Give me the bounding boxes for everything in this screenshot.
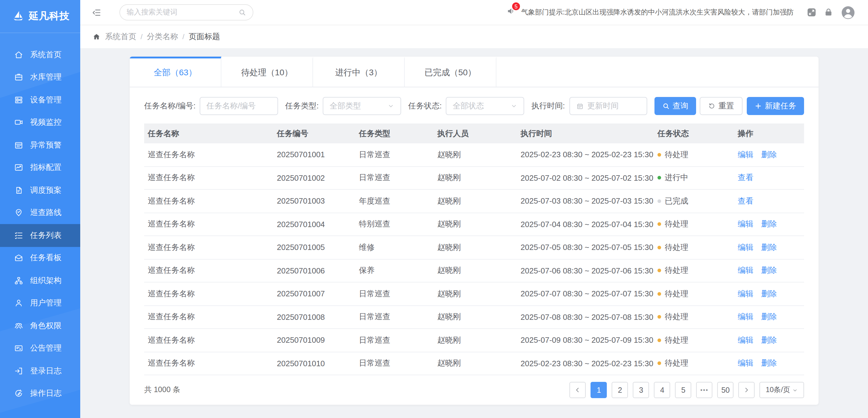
lock-icon[interactable] (824, 7, 834, 18)
metrics-icon (14, 163, 24, 173)
sidebar-item-label: 异常预警 (30, 140, 62, 150)
edit-link[interactable]: 编辑 (738, 288, 753, 299)
tab-done[interactable]: 已完成（50） (405, 57, 496, 87)
announcement-speaker[interactable]: 5 (507, 7, 516, 18)
table-row: 巡查任务名称20250701009日常巡查赵晓刚2025-07-09 08:30… (144, 329, 804, 352)
sidebar-item-roles[interactable]: 角色权限 (0, 314, 80, 337)
edit-link[interactable]: 编辑 (738, 335, 753, 346)
fullscreen-icon[interactable] (806, 7, 817, 18)
sidebar-item-login-log[interactable]: 登录日志 (0, 359, 80, 382)
search-button[interactable]: 查询 (654, 97, 696, 115)
pagination-page-50[interactable]: 50 (717, 382, 734, 398)
sidebar-item-reservoir[interactable]: 水库管理 (0, 66, 80, 89)
edit-link[interactable]: 编辑 (738, 242, 753, 253)
cell-executor-text: 赵晓刚 (437, 149, 461, 160)
sidebar-item-label: 调度预案 (30, 185, 62, 196)
alert-icon (14, 140, 24, 150)
sidebar-item-home[interactable]: 系统首页 (0, 43, 80, 66)
status-dot (657, 315, 661, 319)
sidebar-item-org[interactable]: 组织架构 (0, 269, 80, 292)
edit-link[interactable]: 编辑 (738, 358, 753, 369)
chevron-down-icon (792, 387, 798, 393)
cell-status: 已完成 (654, 196, 734, 207)
status-dot (657, 362, 661, 365)
pagination-page-1[interactable]: 1 (591, 382, 607, 398)
tab-running[interactable]: 进行中（3） (313, 57, 405, 87)
reset-button[interactable]: 重置 (700, 97, 743, 115)
sidebar-item-notice[interactable]: 公告管理 (0, 337, 80, 359)
search-icon[interactable] (238, 8, 246, 16)
board-icon (14, 253, 24, 263)
task-name-input[interactable]: 任务名称/编号 (200, 97, 278, 115)
delete-link[interactable]: 删除 (761, 265, 777, 276)
pagination-ellipsis[interactable]: ••• (696, 382, 713, 398)
breadcrumb-item-category[interactable]: 分类名称 (147, 31, 178, 42)
delete-link[interactable]: 删除 (761, 312, 777, 322)
cell-code-text: 20250701004 (277, 220, 325, 229)
task-status-select[interactable]: 全部状态 (446, 97, 524, 115)
collapse-sidebar-icon[interactable] (92, 7, 101, 17)
cell-time: 2025-07-03 08:30 ~ 2025-07-03 15:30 (517, 197, 654, 206)
cell-actions: 编辑删除 (734, 265, 804, 276)
cell-executor: 赵晓刚 (434, 196, 517, 207)
pagination-page-2[interactable]: 2 (612, 382, 628, 398)
cell-name-text: 巡查任务名称 (148, 358, 195, 369)
edit-link[interactable]: 编辑 (738, 219, 753, 230)
edit-link[interactable]: 编辑 (738, 312, 753, 322)
device-icon (14, 95, 24, 105)
cell-type-text: 特别巡查 (359, 219, 390, 230)
exec-time-date-input[interactable]: 更新时间 (569, 97, 647, 115)
sidebar-item-video[interactable]: 视频监控 (0, 111, 80, 134)
cell-name-text: 巡查任务名称 (148, 242, 195, 253)
cell-type: 日常巡查 (355, 358, 434, 369)
delete-link[interactable]: 删除 (761, 288, 777, 299)
sidebar-item-label: 操作日志 (30, 388, 62, 399)
delete-link[interactable]: 删除 (761, 358, 777, 369)
pagination-prev-button[interactable] (570, 382, 586, 398)
sidebar-item-device[interactable]: 设备管理 (0, 89, 80, 111)
sidebar-item-user[interactable]: 用户管理 (0, 292, 80, 314)
cell-executor-text: 赵晓刚 (437, 335, 461, 346)
pagination-next-button[interactable] (739, 382, 755, 398)
cell-name: 巡查任务名称 (144, 242, 273, 253)
tab-all[interactable]: 全部（63） (130, 57, 221, 87)
delete-link[interactable]: 删除 (761, 242, 777, 253)
pagination: 共 1000 条 12345•••5010条/页 (130, 375, 818, 405)
sidebar-item-metrics[interactable]: 指标配置 (0, 156, 80, 179)
status-dot (657, 339, 661, 342)
tab-pending[interactable]: 待处理（10） (221, 57, 313, 87)
pagination-page-3[interactable]: 3 (633, 382, 649, 398)
notice-marquee: 气象部门提示:北京山区出现强降水诱发的中小河流洪水次生灾害风险较大，请部门加强防… (521, 8, 794, 17)
pagination-page-4[interactable]: 4 (654, 382, 671, 398)
delete-link[interactable]: 删除 (761, 335, 777, 346)
cell-type-text: 日常巡查 (359, 149, 390, 160)
delete-link[interactable]: 删除 (761, 149, 777, 160)
exec-time-placeholder: 更新时间 (587, 101, 641, 111)
cell-executor-text: 赵晓刚 (437, 219, 461, 230)
view-link[interactable]: 查看 (738, 196, 753, 207)
global-search-input[interactable]: 输入搜索关键词 (119, 4, 253, 21)
sidebar-item-plan[interactable]: 调度预案 (0, 179, 80, 202)
task-type-select[interactable]: 全部类型 (323, 97, 401, 115)
cell-status: 待处理 (654, 288, 734, 299)
create-task-button[interactable]: 新建任务 (747, 97, 804, 115)
avatar[interactable] (840, 4, 856, 20)
cell-type-text: 日常巡查 (359, 335, 390, 346)
pagination-page-5[interactable]: 5 (675, 382, 691, 398)
table-row: 巡查任务名称20250701004特别巡查赵晓刚2025-07-04 08:30… (144, 213, 804, 236)
page-size-select[interactable]: 10条/页 (760, 382, 804, 398)
sidebar-item-route[interactable]: 巡查路线 (0, 202, 80, 224)
sidebar-item-ops-log[interactable]: 操作日志 (0, 382, 80, 405)
cell-code: 20250701008 (273, 313, 355, 322)
view-link[interactable]: 查看 (738, 173, 753, 183)
edit-link[interactable]: 编辑 (738, 265, 753, 276)
delete-link[interactable]: 删除 (761, 219, 777, 230)
breadcrumb-item-home[interactable]: 系统首页 (105, 31, 136, 42)
task-list-card: 全部（63）待处理（10）进行中（3）已完成（50） 任务名称/编号: 任务名称… (130, 57, 818, 405)
edit-link[interactable]: 编辑 (738, 149, 753, 160)
brand-logo: 延凡科技 (0, 0, 80, 33)
sidebar-item-tasklist[interactable]: 任务列表 (0, 224, 80, 247)
sidebar-item-board[interactable]: 任务看板 (0, 247, 80, 269)
login-log-icon (14, 366, 24, 376)
sidebar-item-alert[interactable]: 异常预警 (0, 134, 80, 156)
